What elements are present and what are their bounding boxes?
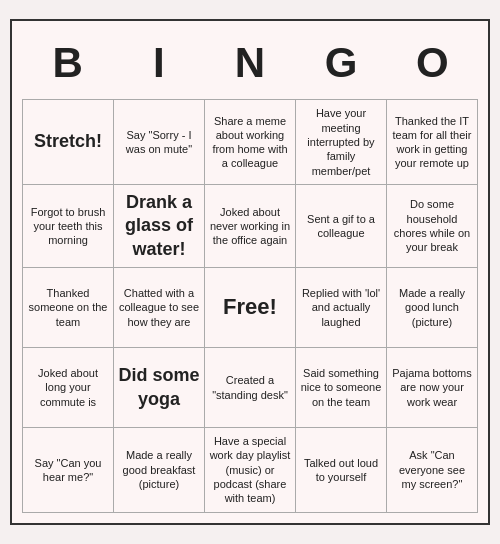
bingo-cell-19[interactable]: Pajama bottoms are now your work wear <box>387 348 478 428</box>
bingo-cell-6[interactable]: Drank a glass of water! <box>114 185 205 268</box>
bingo-letter: B <box>28 39 108 87</box>
bingo-cell-18[interactable]: Said something nice to someone on the te… <box>296 348 387 428</box>
bingo-cell-11[interactable]: Chatted with a colleague to see how they… <box>114 268 205 348</box>
bingo-cell-2[interactable]: Share a meme about working from home wit… <box>205 100 296 184</box>
bingo-cell-16[interactable]: Did some yoga <box>114 348 205 428</box>
bingo-cell-17[interactable]: Created a "standing desk" <box>205 348 296 428</box>
bingo-cell-1[interactable]: Say "Sorry - I was on mute" <box>114 100 205 184</box>
bingo-cell-3[interactable]: Have your meeting interrupted by family … <box>296 100 387 184</box>
bingo-letter: O <box>392 39 472 87</box>
bingo-cell-14[interactable]: Made a really good lunch (picture) <box>387 268 478 348</box>
bingo-cell-7[interactable]: Joked about never working in the office … <box>205 185 296 268</box>
bingo-cell-9[interactable]: Do some household chores while on your b… <box>387 185 478 268</box>
bingo-cell-5[interactable]: Forgot to brush your teeth this morning <box>23 185 114 268</box>
bingo-cell-10[interactable]: Thanked someone on the team <box>23 268 114 348</box>
bingo-cell-24[interactable]: Ask "Can everyone see my screen?" <box>387 428 478 512</box>
bingo-grid: Stretch!Say "Sorry - I was on mute"Share… <box>22 99 478 512</box>
bingo-cell-22[interactable]: Have a special work day playlist (music)… <box>205 428 296 512</box>
bingo-cell-4[interactable]: Thanked the IT team for all their work i… <box>387 100 478 184</box>
bingo-cell-15[interactable]: Joked about long your commute is <box>23 348 114 428</box>
bingo-letter: N <box>210 39 290 87</box>
bingo-cell-8[interactable]: Sent a gif to a colleague <box>296 185 387 268</box>
bingo-letter: G <box>301 39 381 87</box>
bingo-cell-12[interactable]: Free! <box>205 268 296 348</box>
bingo-letter: I <box>119 39 199 87</box>
bingo-header: BINGO <box>22 31 478 99</box>
bingo-cell-23[interactable]: Talked out loud to yourself <box>296 428 387 512</box>
bingo-cell-20[interactable]: Say "Can you hear me?" <box>23 428 114 512</box>
bingo-card: BINGO Stretch!Say "Sorry - I was on mute… <box>10 19 490 524</box>
bingo-cell-13[interactable]: Replied with 'lol' and actually laughed <box>296 268 387 348</box>
bingo-cell-21[interactable]: Made a really good breakfast (picture) <box>114 428 205 512</box>
bingo-cell-0[interactable]: Stretch! <box>23 100 114 184</box>
